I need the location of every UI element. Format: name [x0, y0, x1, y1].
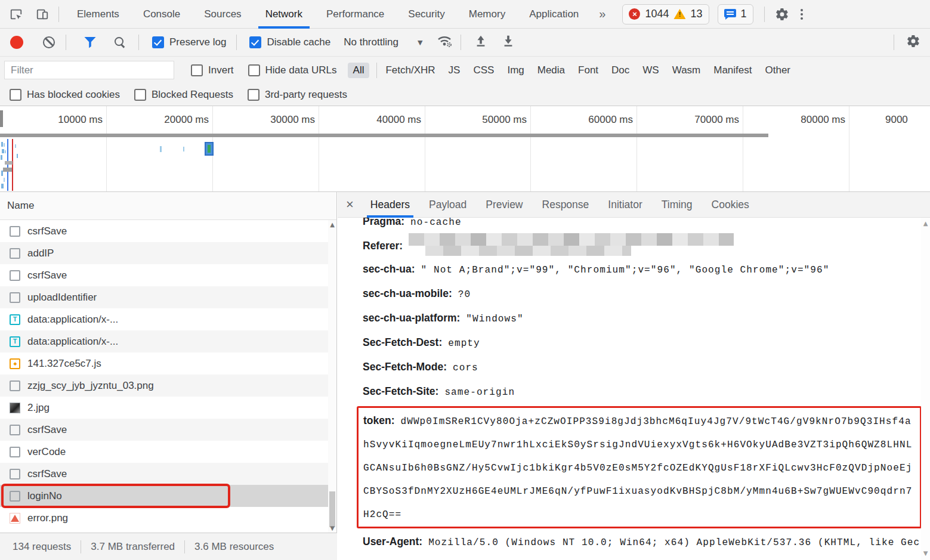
tab-payload[interactable]: Payload — [429, 192, 466, 218]
header-row: Sec-Fetch-Site:same-origin — [363, 380, 921, 404]
filter-type-other[interactable]: Other — [765, 64, 791, 76]
list-scrollbar[interactable]: ▲ ▼ — [328, 220, 336, 533]
request-list-panel: Name csrfSave addIP csrfSave uploadIdent… — [0, 192, 337, 560]
scrollbar-thumb[interactable] — [329, 491, 335, 527]
overview-handle[interactable] — [0, 110, 3, 127]
tab-performance[interactable]: Performance — [314, 0, 396, 29]
tab-timing[interactable]: Timing — [662, 192, 693, 218]
filter-type-img[interactable]: Img — [507, 64, 524, 76]
record-button[interactable] — [10, 36, 23, 49]
tab-headers[interactable]: Headers — [370, 192, 410, 218]
filter-input[interactable] — [4, 61, 174, 79]
filter-type-fetch-xhr[interactable]: Fetch/XHR — [385, 64, 435, 76]
settings-gear-icon[interactable] — [772, 4, 792, 24]
issues-count: 1 — [741, 8, 747, 20]
close-icon[interactable]: × — [346, 198, 354, 211]
request-row[interactable]: csrfSave — [0, 419, 336, 441]
blocked-requests-checkbox[interactable] — [134, 89, 146, 101]
requests-count: 134 requests — [13, 541, 71, 553]
error-warning-icon — [10, 513, 20, 524]
tab-console[interactable]: Console — [131, 0, 192, 29]
divider — [66, 35, 66, 50]
filter-type-media[interactable]: Media — [537, 64, 565, 76]
gridline — [637, 106, 637, 191]
tab-response[interactable]: Response — [542, 192, 589, 218]
tab-elements[interactable]: Elements — [65, 0, 131, 29]
inspect-element-icon[interactable] — [6, 4, 26, 24]
tab-initiator[interactable]: Initiator — [608, 192, 642, 218]
third-party-requests-label: 3rd-party requests — [265, 89, 347, 101]
network-settings-gear-icon[interactable] — [906, 34, 920, 51]
has-blocked-cookies-checkbox[interactable] — [10, 89, 21, 101]
filter-type-doc[interactable]: Doc — [611, 64, 629, 76]
request-row[interactable]: uploadIdentifier — [0, 286, 336, 308]
tick-label: 60000 ms — [537, 114, 633, 126]
third-party-requests-checkbox[interactable] — [248, 89, 259, 101]
tab-preview[interactable]: Preview — [486, 192, 523, 218]
throttling-select[interactable]: No throttling — [344, 36, 398, 48]
request-row[interactable]: 2.jpg — [0, 397, 336, 419]
detail-tab-bar: × Headers Payload Preview Response Initi… — [338, 192, 930, 218]
request-row[interactable]: error.png — [0, 507, 336, 529]
request-row[interactable]: csrfSave — [0, 220, 336, 242]
console-errors-warnings-badge[interactable]: × 1044 ! 13 — [622, 4, 709, 24]
plain-request-icon — [10, 447, 20, 457]
disable-cache-checkbox[interactable] — [249, 36, 261, 48]
scroll-up-icon[interactable]: ▲ — [921, 220, 930, 227]
chevron-down-icon[interactable]: ▼ — [418, 39, 422, 47]
warning-icon: ! — [673, 9, 685, 19]
filter-type-wasm[interactable]: Wasm — [672, 64, 701, 76]
tab-application[interactable]: Application — [517, 0, 591, 29]
request-row[interactable]: csrfSave — [0, 463, 336, 485]
tab-network[interactable]: Network — [254, 0, 314, 29]
invert-label: Invert — [208, 64, 234, 76]
request-row[interactable]: data:application/x-... — [0, 308, 336, 330]
filter-type-all[interactable]: All — [348, 63, 370, 78]
tab-cookies[interactable]: Cookies — [712, 192, 749, 218]
tab-memory[interactable]: Memory — [457, 0, 517, 29]
network-conditions-icon[interactable] — [437, 35, 453, 50]
network-status-bar: 134 requests 3.7 MB transferred 3.6 MB r… — [0, 533, 337, 560]
filter-type-css[interactable]: CSS — [473, 64, 494, 76]
waterfall-gray-bar — [5, 161, 13, 165]
filter-type-manifest[interactable]: Manifest — [713, 64, 752, 76]
request-row[interactable]: zzjg_scy_jyb_jyzntu_03.png — [0, 375, 336, 397]
detail-scrollbar[interactable]: ▲ ▼ — [921, 218, 930, 560]
request-row[interactable]: data:application/x-... — [0, 330, 336, 352]
issues-badge[interactable]: 1 — [718, 4, 753, 24]
tab-sources[interactable]: Sources — [192, 0, 253, 29]
network-overview-timeline[interactable]: 10000 ms 20000 ms 30000 ms 40000 ms 5000… — [0, 106, 930, 192]
blocked-requests-label: Blocked Requests — [152, 89, 233, 101]
clear-icon[interactable] — [43, 36, 55, 48]
tick-label: 80000 ms — [750, 114, 845, 126]
request-row[interactable]: csrfSave — [0, 264, 336, 286]
scroll-down-icon[interactable]: ▼ — [921, 550, 930, 556]
invert-checkbox[interactable] — [191, 64, 203, 76]
filter-type-ws[interactable]: WS — [642, 64, 659, 76]
scroll-up-icon[interactable]: ▲ — [328, 221, 336, 228]
plain-request-icon — [10, 292, 20, 303]
request-row[interactable]: verCode — [0, 441, 336, 463]
request-row[interactable]: 141.327ce5c7.js — [0, 352, 336, 375]
divider — [138, 35, 139, 50]
resources-size: 3.6 MB resources — [194, 541, 274, 553]
filter-type-font[interactable]: Font — [578, 64, 598, 76]
waterfall-selected-request-mark — [205, 142, 214, 156]
scroll-down-icon[interactable]: ▼ — [328, 525, 336, 531]
gridline — [743, 106, 743, 191]
export-har-icon[interactable] — [502, 35, 515, 50]
kebab-menu-icon[interactable] — [792, 9, 811, 20]
filter-icon[interactable] — [84, 37, 96, 48]
waterfall-mark — [15, 144, 16, 148]
import-har-icon[interactable] — [474, 35, 487, 50]
filter-type-js[interactable]: JS — [449, 64, 461, 76]
name-column-header[interactable]: Name — [0, 192, 336, 220]
overview-selection-bar[interactable] — [0, 134, 768, 137]
tab-security[interactable]: Security — [396, 0, 456, 29]
request-row[interactable]: addIP — [0, 242, 336, 264]
preserve-log-checkbox[interactable] — [152, 36, 164, 48]
search-icon[interactable] — [114, 36, 126, 48]
hide-data-urls-checkbox[interactable] — [248, 64, 260, 76]
device-toolbar-icon[interactable] — [32, 4, 52, 24]
more-tabs-icon[interactable]: » — [591, 7, 614, 21]
